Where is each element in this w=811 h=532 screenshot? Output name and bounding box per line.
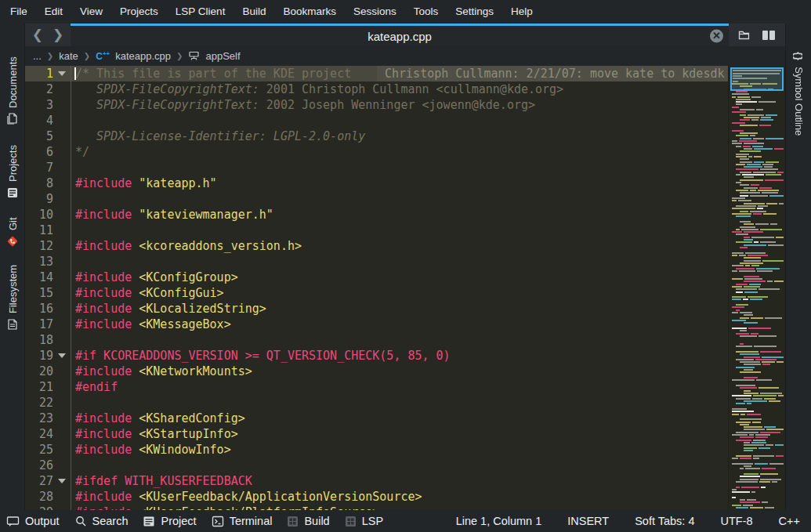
menu-item-view[interactable]: View (71, 0, 111, 24)
documents-icon (6, 113, 19, 125)
menu-item-settings[interactable]: Settings (447, 0, 502, 24)
code-line[interactable]: 18 (25, 332, 728, 348)
code-line[interactable]: 19#if KCOREADDONS_VERSION >= QT_VERSION_… (25, 348, 728, 364)
statusbar-tool-project[interactable]: Project (143, 515, 196, 527)
fold-arrow-icon[interactable] (58, 71, 66, 76)
code-token: #if KCOREADDONS_VERSION >= QT_VERSION_CH… (75, 349, 451, 363)
tab-close-icon[interactable]: ✕ (710, 30, 723, 43)
code-line[interactable]: 29#include <KUserFeedback/PlatformInfoSo… (25, 505, 728, 510)
minimap-scrollbar[interactable] (728, 66, 785, 510)
code-token: <KStartupInfo> (139, 427, 237, 441)
breadcrumb-separator-icon: ❯ (176, 52, 183, 60)
menu-item-tools[interactable]: Tools (405, 0, 447, 24)
menu-item-projects[interactable]: Projects (111, 0, 167, 24)
menu-item-lsp-client[interactable]: LSP Client (167, 0, 234, 24)
breadcrumb-item-kate[interactable]: kate (59, 50, 78, 62)
statusbar-tool-search[interactable]: Search (74, 515, 129, 527)
code-line[interactable]: 17#include <KMessageBox> (25, 317, 728, 332)
statusbar-tool-label: LSP (362, 515, 383, 527)
line-number: 13 (25, 255, 53, 269)
fold-arrow-icon[interactable] (58, 353, 66, 358)
code-token: #include (75, 317, 139, 331)
document-tab[interactable]: kateapp.cpp ✕ (71, 24, 729, 46)
minimap-viewport[interactable] (730, 67, 784, 91)
main-row: DocumentsProjectsGitFilesystem ❮ ❯ katea… (0, 24, 811, 510)
code-line[interactable]: 2 SPDX-FileCopyrightText: 2001 Christoph… (25, 81, 728, 97)
statusbar-info-0[interactable]: Line 1, Column 1 (456, 515, 542, 527)
code-text: #include <KConfigGui> (71, 285, 728, 301)
code-line[interactable]: 24#include <KStartupInfo> (25, 426, 728, 442)
code-line[interactable]: 25#include <KWindowInfo> (25, 442, 728, 458)
history-back-icon[interactable]: ❮ (32, 28, 43, 42)
menu-item-file[interactable]: File (2, 0, 36, 24)
fold-arrow-icon[interactable] (58, 479, 66, 483)
code-line[interactable]: 10#include "kateviewmanager.h" (25, 207, 728, 223)
sidebar-tab-label: Documents (7, 56, 19, 108)
menu-bar: FileEditViewProjectsLSP ClientBuildBookm… (0, 0, 811, 24)
sidebar-tab-filesystem[interactable]: Filesystem (0, 255, 25, 334)
code-text: */ (71, 144, 728, 160)
breadcrumb: ...❯kate❯C++kateapp.cpp❯appSelf (25, 46, 785, 66)
fold-column[interactable] (53, 479, 71, 483)
split-view-icon[interactable] (762, 30, 776, 41)
menu-item-bookmarks[interactable]: Bookmarks (274, 0, 345, 24)
code-editor[interactable]: 1/* This file is part of the KDE project… (25, 66, 785, 510)
menu-item-build[interactable]: Build (234, 0, 274, 24)
sidebar-tab-label: Projects (7, 145, 19, 182)
code-line[interactable]: 8#include "kateapp.h" (25, 176, 728, 191)
code-line[interactable]: 21#endif (25, 379, 728, 395)
statusbar-tool-lsp[interactable]: LSP (345, 515, 383, 527)
statusbar-info-1[interactable]: INSERT (567, 515, 609, 527)
code-line[interactable]: 12#include <kcoreaddons_version.h> (25, 238, 728, 254)
menu-item-help[interactable]: Help (502, 0, 541, 24)
code-line[interactable]: 22 (25, 395, 728, 411)
code-line[interactable]: 11 (25, 223, 728, 238)
code-line[interactable]: 28#include <KUserFeedback/ApplicationVer… (25, 489, 728, 505)
fold-column[interactable] (53, 353, 71, 358)
code-text (71, 332, 728, 348)
code-text: #include <KNetworkMounts> (71, 364, 728, 379)
code-token: */ (75, 145, 89, 159)
statusbar-info-2[interactable]: Soft Tabs: 4 (635, 515, 694, 527)
sidebar-tab-git[interactable]: Git (0, 207, 25, 251)
line-number: 2 (25, 82, 53, 96)
code-pane[interactable]: 1/* This file is part of the KDE project… (25, 66, 728, 510)
terminal-icon (212, 516, 224, 527)
code-line[interactable]: 20#include <KNetworkMounts> (25, 364, 728, 379)
sidebar-tab-projects[interactable]: Projects (0, 133, 25, 202)
code-line[interactable]: 4 (25, 113, 728, 128)
statusbar-info-4[interactable]: C++ (779, 515, 800, 527)
code-line[interactable]: 15#include <KConfigGui> (25, 285, 728, 301)
code-line[interactable]: 27#ifdef WITH_KUSERFEEDBACK (25, 473, 728, 489)
fold-column[interactable] (53, 71, 71, 76)
open-folder-icon[interactable] (738, 29, 751, 41)
line-number: 20 (25, 364, 53, 378)
line-number: 19 (25, 349, 53, 363)
code-line[interactable]: 26 (25, 458, 728, 473)
statusbar-tool-build[interactable]: Build (287, 515, 329, 527)
breadcrumb-item-appSelf[interactable]: appSelf (205, 50, 240, 62)
code-token: #include (75, 490, 139, 504)
history-forward-icon[interactable]: ❯ (52, 28, 63, 42)
menu-item-sessions[interactable]: Sessions (345, 0, 405, 24)
code-token: <KWindowInfo> (139, 443, 230, 457)
breadcrumb-item-kateappcpp[interactable]: kateapp.cpp (115, 50, 171, 62)
code-line[interactable]: 1/* This file is part of the KDE project… (25, 66, 728, 81)
code-line[interactable]: 3 SPDX-FileCopyrightText: 2002 Joseph We… (25, 97, 728, 113)
code-line[interactable]: 7 (25, 160, 728, 176)
code-line[interactable]: 23#include <KSharedConfig> (25, 411, 728, 426)
code-line[interactable]: 9 (25, 191, 728, 207)
code-line[interactable]: 16#include <KLocalizedString> (25, 301, 728, 317)
statusbar-tool-terminal[interactable]: Terminal (212, 515, 273, 527)
sidebar-tab-documents[interactable]: Documents (0, 52, 25, 128)
line-number: 26 (25, 458, 53, 472)
menu-item-edit[interactable]: Edit (36, 0, 71, 24)
code-line[interactable]: 6*/ (25, 144, 728, 160)
code-line[interactable]: 14#include <KConfigGroup> (25, 270, 728, 285)
statusbar-tool-output[interactable]: Output (6, 515, 60, 527)
line-number: 6 (25, 145, 53, 159)
code-line[interactable]: 13 (25, 254, 728, 270)
statusbar-info-3[interactable]: UTF-8 (720, 515, 752, 527)
code-line[interactable]: 5 SPDX-License-Identifier: LGPL-2.0-only (25, 128, 728, 144)
breadcrumb-item-[interactable]: ... (33, 50, 42, 62)
